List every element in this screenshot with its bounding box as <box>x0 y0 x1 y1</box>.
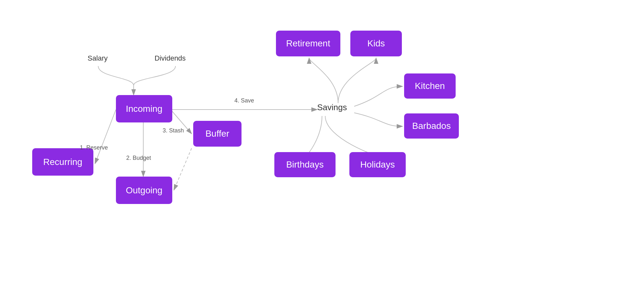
savings-label: Savings <box>317 102 347 112</box>
incoming-node[interactable]: Incoming <box>116 95 172 122</box>
svg-line-3 <box>95 110 116 164</box>
stash-label: 3. Stash <box>163 127 184 134</box>
budget-label: 2. Budget <box>126 155 151 161</box>
kitchen-node[interactable]: Kitchen <box>404 73 456 99</box>
holidays-node[interactable]: Holidays <box>349 152 406 177</box>
recurring-node[interactable]: Recurring <box>32 148 93 176</box>
diagram-container: Salary Dividends Incoming Recurring Buff… <box>0 0 644 300</box>
svg-line-6 <box>174 148 192 190</box>
outgoing-node[interactable]: Outgoing <box>116 177 172 204</box>
reserve-label: 1. Reserve <box>80 144 108 151</box>
buffer-node[interactable]: Buffer <box>193 121 242 147</box>
barbados-node[interactable]: Barbados <box>404 113 459 139</box>
retirement-node[interactable]: Retirement <box>276 31 340 56</box>
save-label: 4. Save <box>234 97 254 104</box>
kids-node[interactable]: Kids <box>350 31 402 56</box>
dividends-label: Dividends <box>155 54 186 63</box>
birthdays-node[interactable]: Birthdays <box>274 152 336 177</box>
salary-label: Salary <box>88 54 108 63</box>
